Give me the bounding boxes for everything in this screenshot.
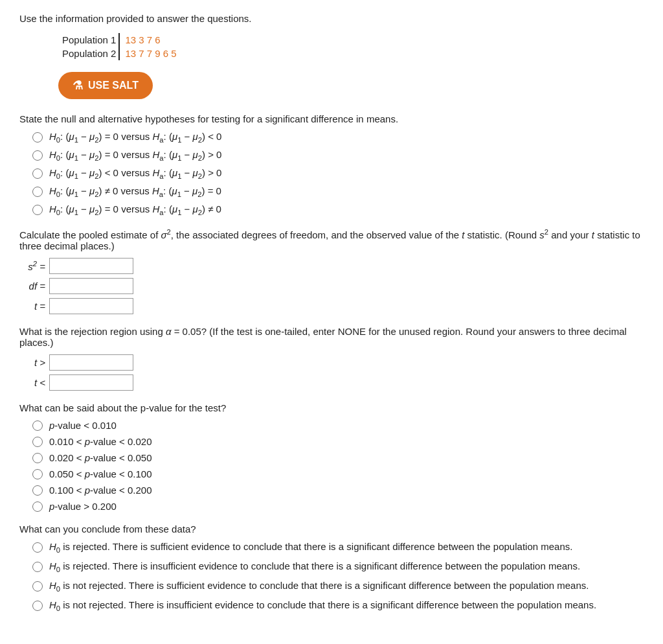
- pop1-values: 13 3 7 6: [119, 33, 180, 47]
- hypothesis-label-5: H0: (μ1 − μ2) = 0 versus Ha: (μ1 − μ2) ≠…: [49, 203, 221, 216]
- rejection-question: What is the rejection region using α = 0…: [19, 326, 644, 348]
- conclude-option-1[interactable]: H0 is rejected. There is sufficient evid…: [32, 541, 644, 554]
- pvalue-label-1: p-value < 0.010: [49, 420, 117, 431]
- conclude-question: What can you conclude from these data?: [19, 523, 644, 535]
- pvalue-section: What can be said about the p-value for t…: [19, 402, 644, 512]
- conclude-radio-3[interactable]: [32, 581, 43, 592]
- conclude-option-3[interactable]: H0 is not rejected. There is sufficient …: [32, 580, 644, 593]
- pvalue-radio-5[interactable]: [32, 485, 43, 496]
- conclude-radio-group: H0 is rejected. There is sufficient evid…: [32, 541, 644, 612]
- rejection-section: What is the rejection region using α = 0…: [19, 326, 644, 391]
- s2-row: s2 =: [19, 258, 644, 274]
- pvalue-question: What can be said about the p-value for t…: [19, 402, 644, 413]
- hypothesis-option-5[interactable]: H0: (μ1 − μ2) = 0 versus Ha: (μ1 − μ2) ≠…: [32, 203, 644, 216]
- t-input[interactable]: [49, 298, 133, 314]
- intro-text: Use the information provided to answer t…: [19, 13, 644, 24]
- pop2-label: Population 2: [58, 47, 119, 60]
- hypothesis-label-3: H0: (μ1 − μ2) < 0 versus Ha: (μ1 − μ2) >…: [49, 167, 221, 180]
- hypotheses-radio-group: H0: (μ1 − μ2) = 0 versus Ha: (μ1 − μ2) <…: [32, 131, 644, 216]
- pvalue-label-4: 0.050 < p-value < 0.100: [49, 468, 152, 479]
- hypothesis-option-3[interactable]: H0: (μ1 − μ2) < 0 versus Ha: (μ1 − μ2) >…: [32, 167, 644, 180]
- conclude-label-4: H0 is not rejected. There is insufficien…: [49, 599, 596, 612]
- hypothesis-radio-3[interactable]: [32, 168, 43, 179]
- conclude-radio-4[interactable]: [32, 601, 43, 611]
- salt-button-label: USE SALT: [88, 80, 139, 91]
- hypothesis-label-1: H0: (μ1 − μ2) = 0 versus Ha: (μ1 − μ2) <…: [49, 131, 221, 144]
- hypothesis-radio-4[interactable]: [32, 187, 43, 197]
- pvalue-option-4[interactable]: 0.050 < p-value < 0.100: [32, 468, 644, 479]
- salt-icon: ⚗: [73, 78, 83, 93]
- conclude-label-1: H0 is rejected. There is sufficient evid…: [49, 541, 572, 554]
- hypothesis-option-1[interactable]: H0: (μ1 − μ2) = 0 versus Ha: (μ1 − μ2) <…: [32, 131, 644, 144]
- pop2-values: 13 7 7 9 6 5: [119, 47, 180, 60]
- hypothesis-radio-1[interactable]: [32, 132, 43, 143]
- conclude-section: What can you conclude from these data? H…: [19, 523, 644, 612]
- hypothesis-option-2[interactable]: H0: (μ1 − μ2) = 0 versus Ha: (μ1 − μ2) >…: [32, 149, 644, 162]
- pooled-question: Calculate the pooled estimate of σ2, the…: [19, 228, 644, 251]
- t-lt-row: t <: [19, 374, 644, 391]
- population-table: Population 1 13 3 7 6 Population 2 13 7 …: [58, 33, 181, 60]
- conclude-radio-1[interactable]: [32, 542, 43, 553]
- pvalue-option-1[interactable]: p-value < 0.010: [32, 420, 644, 431]
- hypothesis-radio-5[interactable]: [32, 205, 43, 215]
- t-gt-input[interactable]: [49, 354, 133, 371]
- df-label: df =: [19, 281, 45, 292]
- t-gt-label: t >: [19, 357, 45, 368]
- pvalue-radio-group: p-value < 0.010 0.010 < p-value < 0.020 …: [32, 420, 644, 512]
- conclude-radio-2[interactable]: [32, 562, 43, 572]
- t-gt-row: t >: [19, 354, 644, 371]
- pvalue-radio-3[interactable]: [32, 453, 43, 463]
- pvalue-option-2[interactable]: 0.010 < p-value < 0.020: [32, 436, 644, 447]
- pvalue-label-6: p-value > 0.200: [49, 501, 117, 512]
- s2-label: s2 =: [19, 260, 45, 272]
- s2-input[interactable]: [49, 258, 133, 274]
- t-row: t =: [19, 298, 644, 314]
- pvalue-label-3: 0.020 < p-value < 0.050: [49, 452, 152, 463]
- hypothesis-radio-2[interactable]: [32, 150, 43, 161]
- hypothesis-label-2: H0: (μ1 − μ2) = 0 versus Ha: (μ1 − μ2) >…: [49, 149, 221, 162]
- conclude-label-2: H0 is rejected. There is insufficient ev…: [49, 560, 580, 573]
- df-row: df =: [19, 278, 644, 294]
- hypothesis-label-4: H0: (μ1 − μ2) ≠ 0 versus Ha: (μ1 − μ2) =…: [49, 185, 221, 198]
- t-lt-input[interactable]: [49, 374, 133, 391]
- t-lt-label: t <: [19, 377, 45, 388]
- pooled-section: Calculate the pooled estimate of σ2, the…: [19, 228, 644, 314]
- pvalue-radio-4[interactable]: [32, 469, 43, 479]
- hypotheses-question: State the null and alternative hypothese…: [19, 113, 644, 124]
- hypotheses-section: State the null and alternative hypothese…: [19, 113, 644, 216]
- hypothesis-option-4[interactable]: H0: (μ1 − μ2) ≠ 0 versus Ha: (μ1 − μ2) =…: [32, 185, 644, 198]
- pvalue-label-2: 0.010 < p-value < 0.020: [49, 436, 152, 447]
- use-salt-button[interactable]: ⚗ USE SALT: [58, 72, 153, 99]
- pvalue-option-6[interactable]: p-value > 0.200: [32, 501, 644, 512]
- pvalue-label-5: 0.100 < p-value < 0.200: [49, 485, 152, 496]
- pop1-label: Population 1: [58, 33, 119, 47]
- conclude-option-4[interactable]: H0 is not rejected. There is insufficien…: [32, 599, 644, 612]
- pvalue-radio-6[interactable]: [32, 501, 43, 512]
- df-input[interactable]: [49, 278, 133, 294]
- pvalue-option-3[interactable]: 0.020 < p-value < 0.050: [32, 452, 644, 463]
- t-label: t =: [19, 301, 45, 312]
- pvalue-radio-2[interactable]: [32, 437, 43, 447]
- pvalue-radio-1[interactable]: [32, 420, 43, 431]
- pvalue-option-5[interactable]: 0.100 < p-value < 0.200: [32, 485, 644, 496]
- conclude-option-2[interactable]: H0 is rejected. There is insufficient ev…: [32, 560, 644, 573]
- conclude-label-3: H0 is not rejected. There is sufficient …: [49, 580, 589, 593]
